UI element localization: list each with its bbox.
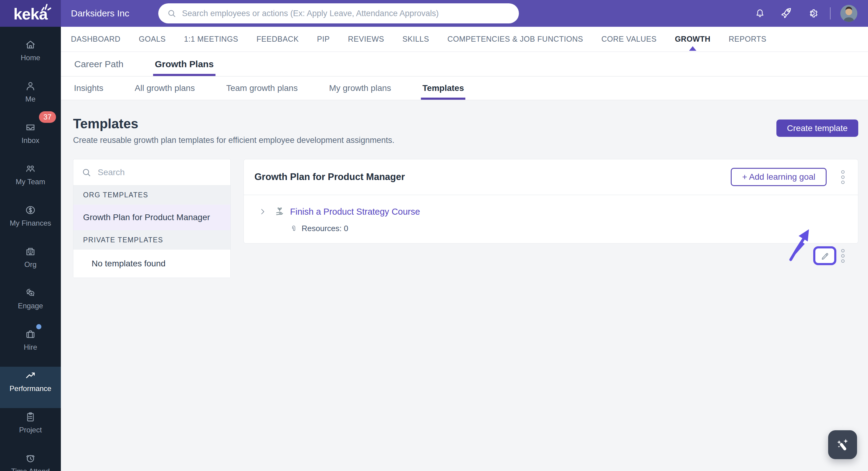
templates-page: Templates Create reusable growth plan te… bbox=[61, 116, 868, 278]
growth-subnav: Career Path Growth Plans bbox=[61, 52, 868, 77]
sidebar-item-engage[interactable]: Engage bbox=[0, 284, 61, 325]
sidebar-item-my-team[interactable]: My Team bbox=[0, 160, 61, 201]
alarm-clock-icon bbox=[25, 452, 36, 464]
tab-growth-plans[interactable]: Growth Plans bbox=[154, 52, 215, 76]
resources-count-label: Resources: 0 bbox=[302, 224, 348, 233]
building-icon bbox=[25, 246, 36, 257]
sidebar-item-label: Inbox bbox=[22, 136, 39, 145]
tab-1-1-meetings[interactable]: 1:1 MEETINGS bbox=[184, 27, 238, 52]
tab-my-growth-plans[interactable]: My growth plans bbox=[328, 77, 392, 100]
templates-content: ORG TEMPLATES Growth Plan for Product Ma… bbox=[73, 159, 858, 278]
active-tab-caret bbox=[689, 46, 696, 51]
page-subtitle: Create reusable growth plan templates fo… bbox=[73, 136, 395, 145]
global-search-input[interactable] bbox=[181, 8, 512, 19]
tab-dashboard[interactable]: DASHBOARD bbox=[71, 27, 121, 52]
growth-sprout-icon bbox=[274, 206, 285, 217]
magic-wand-icon bbox=[835, 437, 851, 453]
create-template-button[interactable]: Create template bbox=[776, 120, 858, 137]
org-templates-header: ORG TEMPLATES bbox=[73, 186, 230, 205]
sidebar-item-label: Engage bbox=[18, 302, 43, 310]
sidebar-item-performance[interactable]: Performance bbox=[0, 367, 61, 408]
paperclip-icon bbox=[289, 225, 298, 233]
tab-reports[interactable]: REPORTS bbox=[728, 27, 766, 52]
settings-gear-icon[interactable] bbox=[807, 8, 818, 19]
clipboard-icon bbox=[25, 411, 36, 423]
trending-up-icon bbox=[25, 370, 36, 381]
search-icon bbox=[167, 8, 177, 18]
sidebar-item-hire[interactable]: Hire bbox=[0, 325, 61, 367]
tab-feedback[interactable]: FEEDBACK bbox=[256, 27, 299, 52]
tab-goals[interactable]: GOALS bbox=[139, 27, 166, 52]
team-icon bbox=[25, 163, 36, 174]
tab-pip[interactable]: PIP bbox=[317, 27, 330, 52]
search-icon bbox=[81, 167, 92, 177]
tab-skills[interactable]: SKILLS bbox=[402, 27, 429, 52]
global-search[interactable] bbox=[158, 3, 519, 24]
template-detail-header: Growth Plan for Product Manager + Add le… bbox=[244, 159, 858, 195]
sidebar-item-org[interactable]: Org bbox=[0, 243, 61, 284]
sidebar-item-label: Project bbox=[19, 426, 42, 434]
sidebar-item-inbox[interactable]: 37 Inbox bbox=[0, 119, 61, 160]
sidebar-item-home[interactable]: Home bbox=[0, 36, 61, 77]
briefcase-icon bbox=[25, 328, 36, 340]
edit-goal-button[interactable] bbox=[813, 246, 836, 265]
page-head: Templates Create reusable growth plan te… bbox=[73, 116, 858, 145]
no-templates-message: No templates found bbox=[73, 249, 230, 278]
tab-insights[interactable]: Insights bbox=[73, 77, 104, 100]
sidebar-item-time-attend[interactable]: Time Attend bbox=[0, 449, 61, 471]
page-title: Templates bbox=[73, 116, 395, 131]
inbox-unread-badge: 37 bbox=[39, 111, 56, 123]
tab-career-path[interactable]: Career Path bbox=[73, 52, 125, 76]
company-name: Darksiders Inc bbox=[71, 0, 129, 27]
templates-search[interactable] bbox=[73, 159, 230, 186]
tab-growth[interactable]: GROWTH bbox=[675, 27, 710, 52]
private-templates-header: PRIVATE TEMPLATES bbox=[73, 230, 230, 249]
goal-actions bbox=[813, 246, 846, 265]
learning-goal-row: Finish a Product Strategy Course Resourc… bbox=[244, 195, 858, 233]
sidebar-item-label: Performance bbox=[9, 384, 51, 393]
user-avatar[interactable] bbox=[840, 5, 857, 22]
rocket-icon[interactable] bbox=[779, 7, 793, 20]
chat-bubbles-icon bbox=[25, 287, 36, 299]
tab-all-growth-plans[interactable]: All growth plans bbox=[134, 77, 196, 100]
sidebar-item-label: My Finances bbox=[10, 219, 51, 228]
sidebar-item-label: Me bbox=[25, 95, 35, 103]
template-list-item[interactable]: Growth Plan for Product Manager bbox=[73, 205, 230, 230]
templates-search-input[interactable] bbox=[97, 167, 222, 177]
chevron-right-icon[interactable] bbox=[258, 207, 267, 216]
hire-notification-dot bbox=[36, 324, 41, 329]
tab-competencies-job-functions[interactable]: COMPETENCIES & JOB FUNCTIONS bbox=[447, 27, 583, 52]
performance-nav-tabs: DASHBOARD GOALS 1:1 MEETINGS FEEDBACK PI… bbox=[61, 27, 868, 52]
sidebar-item-label: Time Attend bbox=[11, 467, 50, 471]
inbox-tray-icon bbox=[25, 122, 36, 133]
add-learning-goal-button[interactable]: + Add learning goal bbox=[731, 168, 827, 186]
template-kebab-menu-icon[interactable] bbox=[840, 169, 846, 185]
ai-assistant-button[interactable] bbox=[828, 430, 857, 459]
templates-list-panel: ORG TEMPLATES Growth Plan for Product Ma… bbox=[73, 159, 231, 278]
topbar-divider bbox=[830, 7, 831, 20]
dollar-circle-icon bbox=[25, 204, 36, 216]
topbar-actions bbox=[754, 0, 868, 27]
home-icon bbox=[25, 39, 36, 51]
sidebar: Home Me 37 Inbox bbox=[0, 27, 61, 471]
sidebar-item-label: Home bbox=[21, 54, 40, 62]
keka-logo[interactable]: keka bbox=[0, 0, 61, 27]
tab-reviews[interactable]: REVIEWS bbox=[348, 27, 384, 52]
tab-templates[interactable]: Templates bbox=[422, 77, 465, 100]
goal-kebab-menu-icon[interactable] bbox=[840, 248, 846, 264]
user-icon bbox=[25, 80, 36, 92]
sidebar-item-label: Hire bbox=[24, 343, 37, 351]
topbar: keka Darksiders Inc bbox=[0, 0, 868, 27]
learning-goal-title[interactable]: Finish a Product Strategy Course bbox=[290, 207, 420, 217]
growth-plans-subnav: Insights All growth plans Team growth pl… bbox=[61, 77, 868, 100]
notifications-bell-icon[interactable] bbox=[754, 7, 766, 20]
template-title: Growth Plan for Product Manager bbox=[254, 171, 731, 182]
tab-core-values[interactable]: CORE VALUES bbox=[601, 27, 656, 52]
goal-resources: Resources: 0 bbox=[289, 224, 858, 233]
sidebar-item-my-finances[interactable]: My Finances bbox=[0, 201, 61, 243]
main-content: DASHBOARD GOALS 1:1 MEETINGS FEEDBACK PI… bbox=[61, 27, 868, 471]
sidebar-item-project[interactable]: Project bbox=[0, 408, 61, 449]
keka-app-window: keka Darksiders Inc bbox=[0, 0, 868, 471]
tab-team-growth-plans[interactable]: Team growth plans bbox=[225, 77, 299, 100]
edit-pencil-icon bbox=[820, 251, 829, 260]
